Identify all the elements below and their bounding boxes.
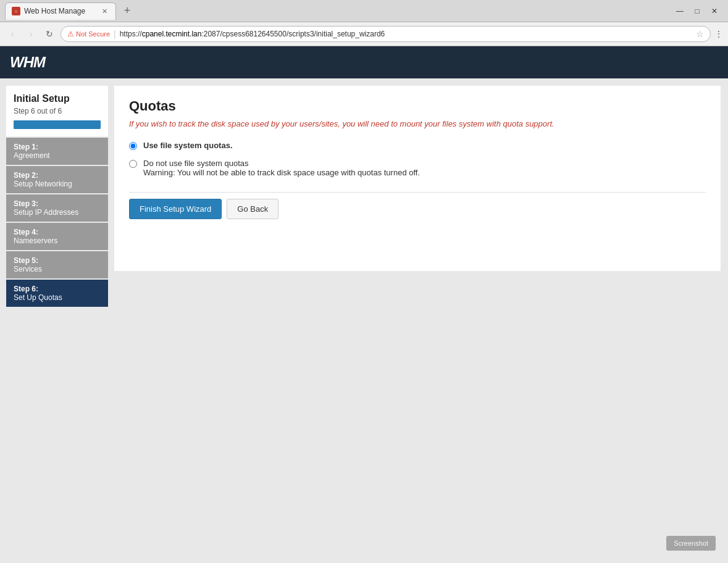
sidebar-item-step1[interactable]: Step 1: Agreement <box>6 138 108 165</box>
screenshot-badge: Screenshot <box>666 536 716 551</box>
reload-button[interactable]: ↻ <box>42 27 57 41</box>
go-back-button[interactable]: Go Back <box>227 199 278 219</box>
use-quotas-radio[interactable] <box>129 142 137 150</box>
main-content: Quotas If you wish to track the disk spa… <box>114 78 728 563</box>
sidebar-item-step5[interactable]: Step 5: Services <box>6 251 108 278</box>
step1-label: Step 1: <box>14 143 101 151</box>
browser-chrome: ○ Web Host Manage ✕ + — □ ✕ ‹ › ↻ ⚠ Not … <box>0 0 728 46</box>
no-quotas-radio[interactable] <box>129 160 137 168</box>
content-panel: Quotas If you wish to track the disk spa… <box>114 86 721 271</box>
page-title: Quotas <box>129 98 706 114</box>
step1-name: Agreement <box>14 151 101 160</box>
step3-name: Setup IP Addresses <box>14 208 101 217</box>
step5-label: Step 5: <box>14 256 101 265</box>
no-quotas-label: Do not use file system quotas <box>143 159 420 168</box>
window-controls: — □ ✕ <box>671 2 723 20</box>
step4-label: Step 4: <box>14 228 101 236</box>
sidebar: Initial Setup Step 6 out of 6 Step 1: Ag… <box>0 78 114 563</box>
sidebar-item-step6[interactable]: Step 6: Set Up Quotas <box>6 280 108 307</box>
url-protocol: https:// <box>120 30 142 38</box>
finish-setup-button[interactable]: Finish Setup Wizard <box>129 199 222 219</box>
forward-button[interactable]: › <box>23 27 38 41</box>
address-bar[interactable]: ⚠ Not Secure | https://cpanel.tecmint.la… <box>61 26 711 42</box>
progress-bar <box>14 120 101 129</box>
security-warning: ⚠ Not Secure <box>67 30 110 38</box>
sidebar-title: Initial Setup <box>14 93 101 104</box>
warning-icon: ⚠ <box>67 30 74 38</box>
sidebar-header: Initial Setup Step 6 out of 6 <box>6 86 108 136</box>
app-wrapper: WHM Initial Setup Step 6 out of 6 Step 1… <box>0 46 728 563</box>
bookmark-icon[interactable]: ☆ <box>696 29 704 39</box>
new-tab-button[interactable]: + <box>119 2 136 20</box>
sidebar-item-step3[interactable]: Step 3: Setup IP Addresses <box>6 194 108 222</box>
sidebar-item-step2[interactable]: Step 2: Setup Networking <box>6 166 108 193</box>
progress-bar-fill <box>14 120 101 129</box>
quota-option-use: Use file system quotas. <box>129 141 706 150</box>
browser-titlebar: ○ Web Host Manage ✕ + — □ ✕ <box>0 0 728 22</box>
no-quotas-text: Do not use file system quotas Warning: Y… <box>143 159 420 177</box>
step4-name: Nameservers <box>14 236 101 245</box>
whm-logo: WHM <box>10 54 45 71</box>
browser-menu-icon[interactable]: ⋮ <box>714 29 723 39</box>
app-body: Initial Setup Step 6 out of 6 Step 1: Ag… <box>0 78 728 563</box>
use-quotas-label[interactable]: Use file system quotas. <box>143 141 233 150</box>
tab-favicon: ○ <box>12 7 20 15</box>
restore-button[interactable]: □ <box>688 2 706 20</box>
step2-label: Step 2: <box>14 171 101 180</box>
step6-name: Set Up Quotas <box>14 293 101 302</box>
browser-tab[interactable]: ○ Web Host Manage ✕ <box>5 2 116 20</box>
url-domain: cpanel.tecmint.lan <box>142 30 202 38</box>
app-header: WHM <box>0 46 728 78</box>
no-quotas-sublabel: Warning: You will not be able to track d… <box>143 168 420 177</box>
action-buttons: Finish Setup Wizard Go Back <box>129 192 706 225</box>
security-label: Not Secure <box>76 30 110 38</box>
minimize-button[interactable]: — <box>671 2 688 20</box>
sidebar-subtitle: Step 6 out of 6 <box>14 107 101 115</box>
page-description: If you wish to track the disk space used… <box>129 119 706 128</box>
back-button[interactable]: ‹ <box>5 27 20 41</box>
step5-name: Services <box>14 265 101 273</box>
step6-label: Step 6: <box>14 285 101 293</box>
sidebar-steps: Step 1: Agreement Step 2: Setup Networki… <box>6 138 108 307</box>
close-button[interactable]: ✕ <box>706 2 723 20</box>
browser-addressbar: ‹ › ↻ ⚠ Not Secure | https://cpanel.tecm… <box>0 22 728 46</box>
sidebar-item-step4[interactable]: Step 4: Nameservers <box>6 223 108 250</box>
quota-option-nouse: Do not use file system quotas Warning: Y… <box>129 159 706 177</box>
tab-title: Web Host Manage <box>24 7 96 15</box>
tab-close-button[interactable]: ✕ <box>99 6 109 16</box>
url-text: https://cpanel.tecmint.lan:2087/cpsess68… <box>120 30 385 38</box>
quota-options: Use file system quotas. Do not use file … <box>129 141 706 177</box>
url-divider: | <box>114 29 116 39</box>
step2-name: Setup Networking <box>14 180 101 188</box>
url-path: :2087/cpsess6812645500/scripts3/initial_… <box>201 30 385 38</box>
step3-label: Step 3: <box>14 199 101 208</box>
